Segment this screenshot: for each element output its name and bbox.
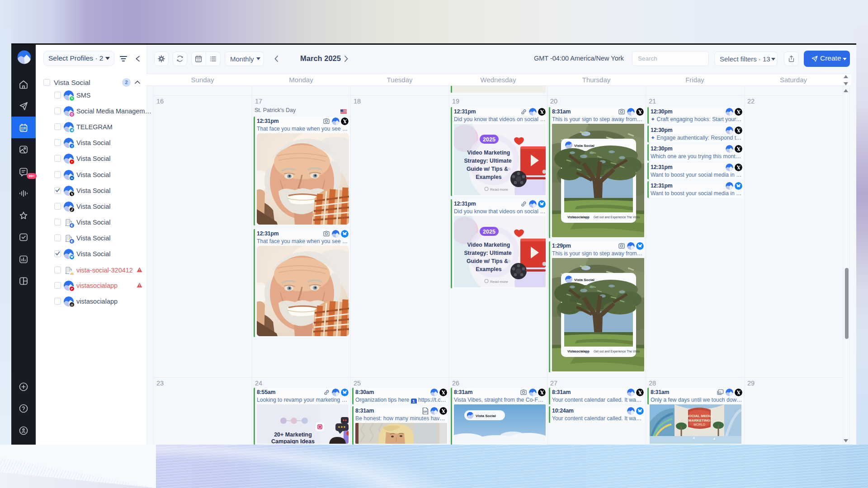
svg-text:in: in: [71, 177, 73, 179]
svg-text:Vistasocialapp: Vistasocialapp: [567, 216, 590, 219]
svg-text:P: P: [71, 287, 73, 291]
svg-text:Video Marketing: Video Marketing: [467, 242, 510, 248]
svg-text:Get out and Experience The Vis: Get out and Experience The Vista: [594, 350, 640, 353]
svg-text:Campaign Ideas: Campaign Ideas: [271, 438, 315, 444]
svg-text:WORLD: WORLD: [693, 423, 705, 426]
svg-text:Read more: Read more: [490, 280, 508, 284]
svg-text:Strategy: Ultimate: Strategy: Ultimate: [464, 158, 511, 164]
svg-text:2025: 2025: [483, 229, 495, 235]
svg-text:Guide w/ Tips &: Guide w/ Tips &: [467, 166, 508, 172]
svg-text:@: @: [71, 303, 74, 306]
svg-text:Examples: Examples: [476, 266, 502, 272]
svg-text:Get out and Experience The Vis: Get out and Experience The Vista: [594, 216, 640, 219]
svg-text:Examples: Examples: [476, 174, 502, 180]
svg-text:Vista Social: Vista Social: [574, 278, 594, 282]
svg-text:Vista Social: Vista Social: [574, 144, 594, 148]
svg-text:Guide w/ Tips &: Guide w/ Tips &: [467, 258, 508, 264]
svg-text:MARKETING: MARKETING: [689, 418, 710, 422]
svg-text:Vista Social: Vista Social: [476, 414, 496, 418]
svg-text:20+ Marketing: 20+ Marketing: [274, 432, 312, 438]
svg-text:GIF: GIF: [424, 410, 427, 413]
svg-text:2025: 2025: [483, 136, 495, 143]
svg-text:Strategy: Ultimate: Strategy: Ultimate: [464, 250, 511, 256]
svg-text:Read more: Read more: [490, 188, 508, 192]
svg-text:SOCIAL MEDIA: SOCIAL MEDIA: [686, 414, 712, 418]
svg-text:Video Marketing: Video Marketing: [467, 150, 510, 156]
svg-text:Vistasocialapp: Vistasocialapp: [567, 350, 590, 353]
